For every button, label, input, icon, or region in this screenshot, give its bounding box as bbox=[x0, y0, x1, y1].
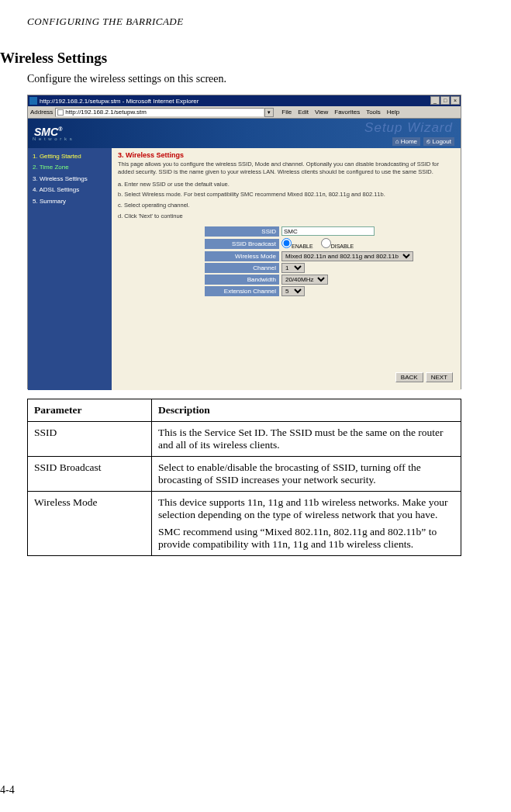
desc-ssid: This is the Service Set ID. The SSID mus… bbox=[152, 422, 461, 457]
wizard-sidebar: 1. Getting Started 2. Time Zone 3. Wirel… bbox=[28, 148, 112, 390]
table-row: SSID Broadcast Select to enable/disable … bbox=[28, 457, 461, 492]
address-url: http://192.168.2.1/setupw.stm bbox=[65, 109, 147, 116]
maximize-button[interactable]: □ bbox=[440, 96, 450, 105]
enable-label: ENABLE bbox=[292, 244, 313, 249]
wireless-mode-select[interactable]: Mixed 802.11n and 802.11g and 802.11b bbox=[281, 251, 413, 261]
ie-icon bbox=[29, 97, 37, 105]
disable-label: DISABLE bbox=[331, 244, 354, 249]
back-button[interactable]: BACK bbox=[395, 372, 423, 382]
table-header-description: Description bbox=[152, 399, 461, 422]
ssid-broadcast-disable-radio[interactable] bbox=[321, 238, 331, 248]
menu-file[interactable]: File bbox=[281, 109, 292, 116]
channel-select[interactable]: 1 bbox=[281, 263, 305, 273]
sidebar-time-zone[interactable]: 2. Time Zone bbox=[33, 162, 107, 173]
address-input[interactable]: http://192.168.2.1/setupw.stm bbox=[55, 108, 264, 117]
logout-link[interactable]: ⎋ Logout bbox=[423, 137, 454, 146]
table-row: Wireless Mode This device supports 11n, … bbox=[28, 492, 461, 556]
ssid-label: SSID bbox=[205, 226, 279, 237]
section-title: Wireless Settings bbox=[0, 50, 484, 67]
param-ssid-broadcast: SSID Broadcast bbox=[28, 457, 152, 492]
parameter-table: Parameter Description SSID This is the S… bbox=[27, 399, 461, 556]
step-c: c. Select operating channel. bbox=[112, 200, 461, 211]
channel-label: Channel bbox=[205, 263, 279, 273]
sidebar-adsl-settings[interactable]: 4. ADSL Settings bbox=[33, 185, 107, 195]
menu-favorites[interactable]: Favorites bbox=[334, 109, 360, 116]
desc-wireless-mode: This device supports 11n, 11g and 11b wi… bbox=[152, 492, 461, 556]
ssid-broadcast-label: SSID Broadcast bbox=[205, 239, 279, 249]
step-a: a. Enter new SSID or use the default val… bbox=[112, 179, 461, 190]
param-ssid: SSID bbox=[28, 422, 152, 457]
app-banner: SMC® N e t w o r k s Setup Wizard ⌂ Home… bbox=[28, 119, 461, 148]
step-b: b. Select Wireless mode. For best compat… bbox=[112, 189, 461, 200]
browser-screenshot: http://192.168.2.1/setupw.stm - Microsof… bbox=[27, 95, 461, 389]
address-label: Address bbox=[30, 109, 53, 116]
section-intro: Configure the wireless settings on this … bbox=[27, 73, 484, 85]
wireless-mode-label: Wireless Mode bbox=[205, 251, 279, 261]
minimize-button[interactable]: _ bbox=[430, 96, 440, 105]
sidebar-wireless-settings[interactable]: 3. Wireless Settings bbox=[33, 174, 107, 185]
page-icon bbox=[57, 109, 64, 116]
sidebar-getting-started[interactable]: 1. Getting Started bbox=[33, 151, 107, 162]
menu-help[interactable]: Help bbox=[387, 109, 399, 116]
pane-description: This page allows you to configure the wi… bbox=[112, 161, 461, 179]
table-header-parameter: Parameter bbox=[28, 399, 152, 422]
close-button[interactable]: × bbox=[451, 96, 460, 105]
browser-menubar: File Edit View Favorites Tools Help bbox=[281, 109, 399, 116]
next-button[interactable]: NEXT bbox=[426, 372, 453, 382]
logo-subtext: N e t w o r k s bbox=[33, 136, 73, 141]
table-row: SSID This is the Service Set ID. The SSI… bbox=[28, 422, 461, 457]
page-running-header: CONFIGURING THE BARRICADE bbox=[27, 16, 484, 28]
desc-ssid-broadcast: Select to enable/disable the brocasting … bbox=[152, 457, 461, 492]
menu-view[interactable]: View bbox=[315, 109, 328, 116]
window-title: http://192.168.2.1/setupw.stm - Microsof… bbox=[40, 98, 199, 105]
menu-tools[interactable]: Tools bbox=[366, 109, 381, 116]
bandwidth-select[interactable]: 20/40MHz bbox=[281, 275, 328, 285]
param-wireless-mode: Wireless Mode bbox=[28, 492, 152, 556]
setup-wizard-label: Setup Wizard bbox=[364, 120, 453, 136]
window-titlebar: http://192.168.2.1/setupw.stm - Microsof… bbox=[28, 95, 461, 106]
extension-channel-label: Extension Channel bbox=[205, 286, 279, 296]
page-number: 4-4 bbox=[0, 784, 15, 796]
address-dropdown-icon[interactable]: ▾ bbox=[264, 108, 274, 117]
menu-edit[interactable]: Edit bbox=[298, 109, 309, 116]
step-d: d. Click 'Next' to continue bbox=[112, 211, 461, 222]
extension-channel-select[interactable]: 5 bbox=[281, 286, 305, 296]
pane-title: 3. Wireless Settings bbox=[112, 148, 461, 161]
home-link[interactable]: ⌂ Home bbox=[392, 137, 420, 146]
address-bar: Address http://192.168.2.1/setupw.stm ▾ … bbox=[28, 106, 461, 119]
ssid-broadcast-enable-radio[interactable] bbox=[281, 238, 292, 248]
sidebar-summary[interactable]: 5. Summary bbox=[33, 196, 107, 207]
wizard-pane: 3. Wireless Settings This page allows yo… bbox=[112, 148, 461, 390]
ssid-input[interactable] bbox=[281, 226, 375, 236]
bandwidth-label: Bandwidth bbox=[205, 275, 279, 285]
